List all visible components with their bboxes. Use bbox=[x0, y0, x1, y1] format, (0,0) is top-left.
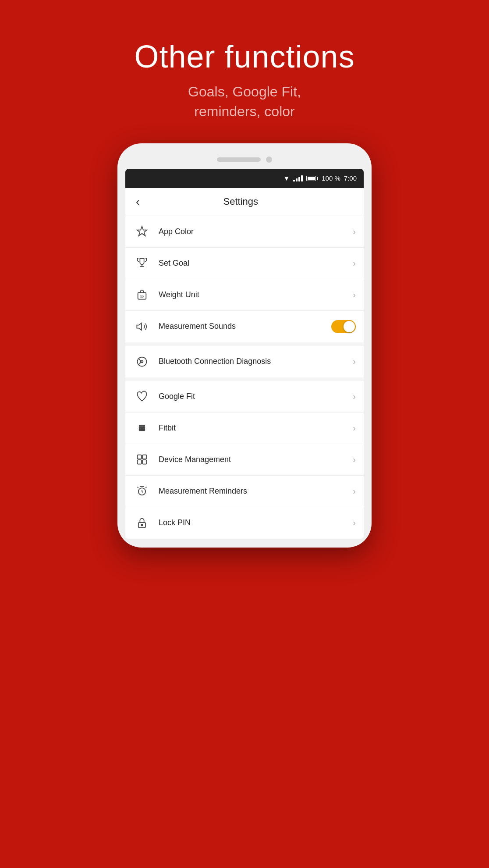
svg-point-8 bbox=[141, 425, 143, 427]
trophy-icon bbox=[133, 254, 151, 272]
settings-group-1: App Color › Set Goal bbox=[125, 216, 364, 346]
volume-icon bbox=[133, 318, 151, 335]
svg-point-14 bbox=[141, 429, 143, 431]
svg-point-24 bbox=[141, 524, 143, 526]
svg-rect-19 bbox=[142, 460, 146, 464]
toggle-knob bbox=[344, 321, 355, 332]
lock-pin-label: Lock PIN bbox=[159, 518, 353, 527]
fitbit-label: Fitbit bbox=[159, 423, 353, 433]
status-bar: ▼ 100 % 7:00 bbox=[125, 169, 364, 188]
svg-line-22 bbox=[142, 491, 143, 492]
measurement-sounds-label: Measurement Sounds bbox=[159, 322, 331, 331]
alarm-icon bbox=[133, 482, 151, 500]
weight-unit-label: Weight Unit bbox=[159, 290, 353, 299]
status-icons: ▼ 100 % 7:00 bbox=[283, 174, 357, 182]
app-bar-title: Settings bbox=[143, 196, 338, 207]
svg-point-10 bbox=[139, 427, 141, 429]
wifi-icon: ▼ bbox=[283, 174, 290, 182]
phone-camera bbox=[266, 157, 272, 163]
measurement-sounds-toggle[interactable] bbox=[331, 320, 356, 333]
header-section: Other functions Goals, Google Fit,remind… bbox=[134, 0, 354, 143]
settings-item-fitbit[interactable]: Fitbit › bbox=[125, 413, 364, 444]
status-time: 7:00 bbox=[344, 174, 357, 182]
device-management-chevron: › bbox=[353, 455, 356, 465]
svg-point-15 bbox=[143, 429, 145, 431]
svg-point-9 bbox=[143, 425, 145, 427]
dots-icon bbox=[133, 419, 151, 437]
settings-item-bluetooth[interactable]: Bluetooth Connection Diagnosis › bbox=[125, 346, 364, 377]
svg-rect-18 bbox=[138, 460, 142, 464]
toggle-switch[interactable] bbox=[331, 320, 356, 333]
back-button[interactable]: ‹ bbox=[132, 192, 143, 212]
page-subtitle: Goals, Google Fit,reminders, color bbox=[134, 82, 354, 121]
phone-top-bar bbox=[125, 152, 364, 169]
phone-screen: ▼ 100 % 7:00 bbox=[125, 169, 364, 539]
settings-list: App Color › Set Goal bbox=[125, 216, 364, 539]
settings-item-measurement-sounds[interactable]: Measurement Sounds bbox=[125, 311, 364, 342]
phone-speaker bbox=[217, 157, 261, 162]
page-title: Other functions bbox=[134, 39, 354, 74]
signal-icon bbox=[293, 175, 303, 181]
battery-percent: 100 % bbox=[322, 174, 340, 182]
weight-unit-chevron: › bbox=[353, 290, 356, 300]
svg-point-12 bbox=[143, 427, 145, 429]
settings-group-2: Bluetooth Connection Diagnosis › bbox=[125, 346, 364, 381]
google-fit-chevron: › bbox=[353, 391, 356, 402]
fitbit-chevron: › bbox=[353, 423, 356, 433]
settings-item-set-goal[interactable]: Set Goal › bbox=[125, 248, 364, 279]
svg-point-11 bbox=[141, 427, 143, 429]
app-color-label: App Color bbox=[159, 227, 353, 236]
settings-group-3: Google Fit › bbox=[125, 381, 364, 539]
set-goal-label: Set Goal bbox=[159, 259, 353, 268]
settings-item-measurement-reminders[interactable]: Measurement Reminders › bbox=[125, 476, 364, 507]
svg-point-7 bbox=[139, 425, 141, 427]
app-bar: ‹ Settings bbox=[125, 188, 364, 216]
grid-icon bbox=[133, 451, 151, 468]
svg-point-5 bbox=[138, 357, 147, 366]
settings-item-weight-unit[interactable]: 50 Weight Unit › bbox=[125, 279, 364, 311]
svg-point-6 bbox=[141, 360, 143, 363]
bluetooth-icon bbox=[133, 353, 151, 370]
star-icon bbox=[133, 223, 151, 240]
weight-icon: 50 bbox=[133, 286, 151, 303]
lock-icon bbox=[133, 514, 151, 532]
lock-pin-chevron: › bbox=[353, 518, 356, 528]
svg-text:50: 50 bbox=[140, 295, 144, 298]
settings-item-google-fit[interactable]: Google Fit › bbox=[125, 381, 364, 413]
bluetooth-label: Bluetooth Connection Diagnosis bbox=[159, 357, 353, 366]
set-goal-chevron: › bbox=[353, 258, 356, 268]
svg-marker-4 bbox=[137, 323, 142, 330]
heart-icon bbox=[133, 388, 151, 405]
svg-point-13 bbox=[139, 429, 141, 431]
svg-rect-16 bbox=[138, 455, 142, 459]
phone-mockup: ▼ 100 % 7:00 bbox=[117, 143, 372, 548]
measurement-reminders-label: Measurement Reminders bbox=[159, 487, 353, 496]
bluetooth-chevron: › bbox=[353, 356, 356, 366]
settings-item-lock-pin[interactable]: Lock PIN › bbox=[125, 507, 364, 539]
google-fit-label: Google Fit bbox=[159, 392, 353, 401]
app-color-chevron: › bbox=[353, 227, 356, 237]
settings-item-device-management[interactable]: Device Management › bbox=[125, 444, 364, 476]
battery-icon bbox=[306, 176, 318, 181]
svg-rect-17 bbox=[142, 455, 146, 459]
measurement-reminders-chevron: › bbox=[353, 486, 356, 496]
settings-item-app-color[interactable]: App Color › bbox=[125, 216, 364, 248]
device-management-label: Device Management bbox=[159, 455, 353, 464]
